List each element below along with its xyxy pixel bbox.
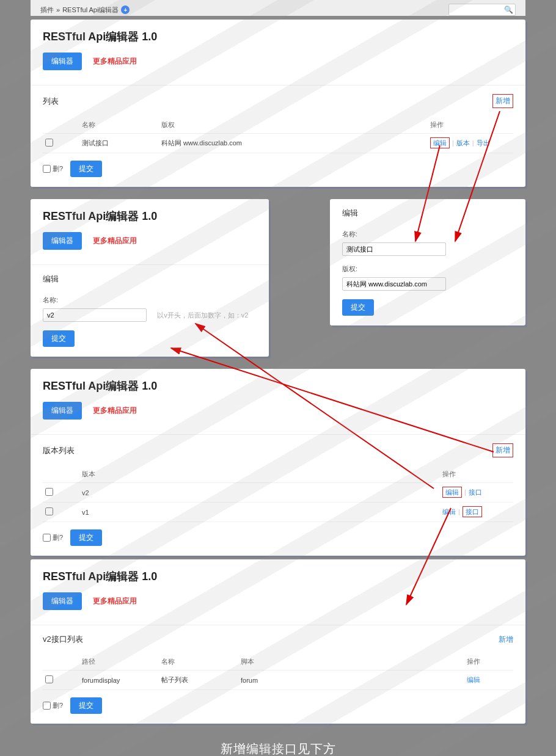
table-row: v1 编辑|接口 xyxy=(43,503,513,522)
breadcrumb-current[interactable]: RESTful Api编辑器 xyxy=(62,5,119,15)
interface-table: 路径 名称 脚本 操作 forumdisplay 帖子列表 forum 编辑 xyxy=(43,653,513,690)
col-copyright: 版权 xyxy=(159,117,428,134)
tab-more-apps[interactable]: 更多精品应用 xyxy=(93,596,137,606)
add-plugin-icon[interactable]: + xyxy=(121,5,130,14)
col-op: 操作 xyxy=(464,653,513,671)
panel-version-list: RESTful Api编辑器 1.0 编辑器 更多精品应用 版本列表 新增 版本… xyxy=(31,369,525,556)
table-row: forumdisplay 帖子列表 forum 编辑 xyxy=(43,671,513,690)
copyright-input[interactable] xyxy=(342,277,446,291)
label-name: 名称: xyxy=(43,296,257,305)
page-title: RESTful Api编辑器 1.0 xyxy=(43,379,513,393)
search-icon[interactable]: 🔍 xyxy=(504,5,513,14)
delete-checkbox-label[interactable]: 删? xyxy=(43,164,63,173)
col-script: 脚本 xyxy=(238,653,464,671)
row-version: v1 xyxy=(79,503,440,522)
page-title: RESTful Api编辑器 1.0 xyxy=(43,29,513,44)
name-input[interactable] xyxy=(43,308,147,322)
add-button[interactable]: 新增 xyxy=(499,634,513,645)
tab-more-apps[interactable]: 更多精品应用 xyxy=(93,405,137,416)
breadcrumb: 插件 » RESTful Api编辑器 + 🔍 xyxy=(31,0,525,16)
submit-button[interactable]: 提交 xyxy=(342,299,374,316)
delete-checkbox-label[interactable]: 删? xyxy=(43,701,63,710)
col-name: 名称 xyxy=(159,653,238,671)
breadcrumb-sep: » xyxy=(56,6,60,13)
list-title: 列表 xyxy=(43,96,59,107)
label-copyright: 版权: xyxy=(342,264,513,274)
name-input[interactable] xyxy=(342,242,446,256)
edit-link[interactable]: 编辑 xyxy=(442,487,462,498)
name-hint: 以v开头，后面加数字，如：v2 xyxy=(157,311,248,319)
row-checkbox[interactable] xyxy=(45,675,53,683)
list-table: 名称 版权 操作 测试接口 科站网 www.discuzlab.com 编辑|版… xyxy=(43,117,513,153)
delete-checkbox[interactable] xyxy=(43,534,51,542)
label-name: 名称: xyxy=(342,230,513,239)
row-name: 帖子列表 xyxy=(159,671,238,690)
form-title: 编辑 xyxy=(43,274,257,285)
tab-more-apps[interactable]: 更多精品应用 xyxy=(93,236,137,246)
table-row: v2 编辑|接口 xyxy=(43,483,513,503)
submit-button[interactable]: 提交 xyxy=(70,697,102,714)
col-path: 路径 xyxy=(79,653,159,671)
tab-editor[interactable]: 编辑器 xyxy=(43,53,82,70)
submit-button[interactable]: 提交 xyxy=(43,330,75,347)
breadcrumb-plugin[interactable]: 插件 xyxy=(40,5,54,15)
col-version: 版本 xyxy=(79,466,440,483)
delete-checkbox-label[interactable]: 删? xyxy=(43,533,63,542)
row-version: v2 xyxy=(79,483,440,503)
row-name: 测试接口 xyxy=(79,134,159,153)
page-title: RESTful Api编辑器 1.0 xyxy=(43,209,257,224)
export-link[interactable]: 导出 xyxy=(477,139,490,147)
panel-list: RESTful Api编辑器 1.0 编辑器 更多精品应用 列表 新增 名称 版… xyxy=(31,20,525,187)
interface-link[interactable]: 接口 xyxy=(469,489,482,496)
search-box: 🔍 xyxy=(448,4,516,16)
version-link[interactable]: 版本 xyxy=(456,139,470,147)
row-path: forumdisplay xyxy=(79,671,159,690)
tab-editor[interactable]: 编辑器 xyxy=(43,232,82,250)
edit-link[interactable]: 编辑 xyxy=(442,508,456,515)
bottom-caption: 新增编辑接口见下方 xyxy=(0,727,556,756)
form-title: 编辑 xyxy=(342,208,513,219)
row-script: forum xyxy=(238,671,464,690)
delete-checkbox[interactable] xyxy=(43,702,51,710)
panel-interface-list: RESTful Api编辑器 1.0 编辑器 更多精品应用 v2接口列表 新增 … xyxy=(31,559,525,724)
col-op: 操作 xyxy=(428,117,513,134)
add-button[interactable]: 新增 xyxy=(492,94,513,108)
list-title: 版本列表 xyxy=(43,445,75,456)
submit-button[interactable]: 提交 xyxy=(70,161,102,177)
tab-editor[interactable]: 编辑器 xyxy=(43,592,82,610)
col-op: 操作 xyxy=(440,466,513,483)
list-title: v2接口列表 xyxy=(43,634,83,645)
interface-link[interactable]: 接口 xyxy=(463,506,482,517)
tab-editor[interactable]: 编辑器 xyxy=(43,402,82,420)
tab-more-apps[interactable]: 更多精品应用 xyxy=(93,56,137,67)
row-copyright: 科站网 www.discuzlab.com xyxy=(159,134,428,153)
panel-edit-api: 编辑 名称: 版权: 提交 xyxy=(330,199,525,325)
edit-link[interactable]: 编辑 xyxy=(430,137,450,148)
panel-edit-version: RESTful Api编辑器 1.0 编辑器 更多精品应用 编辑 名称: 以v开… xyxy=(31,199,269,357)
page-title: RESTful Api编辑器 1.0 xyxy=(43,569,513,584)
version-table: 版本 操作 v2 编辑|接口 v1 编辑|接口 xyxy=(43,466,513,522)
add-button[interactable]: 新增 xyxy=(492,443,513,457)
col-name: 名称 xyxy=(79,117,159,134)
row-checkbox[interactable] xyxy=(45,139,53,147)
row-checkbox[interactable] xyxy=(45,507,53,515)
edit-link[interactable]: 编辑 xyxy=(467,676,480,683)
submit-button[interactable]: 提交 xyxy=(70,529,102,546)
delete-checkbox[interactable] xyxy=(43,165,51,173)
table-row: 测试接口 科站网 www.discuzlab.com 编辑|版本|导出 xyxy=(43,134,513,153)
row-checkbox[interactable] xyxy=(45,488,53,496)
